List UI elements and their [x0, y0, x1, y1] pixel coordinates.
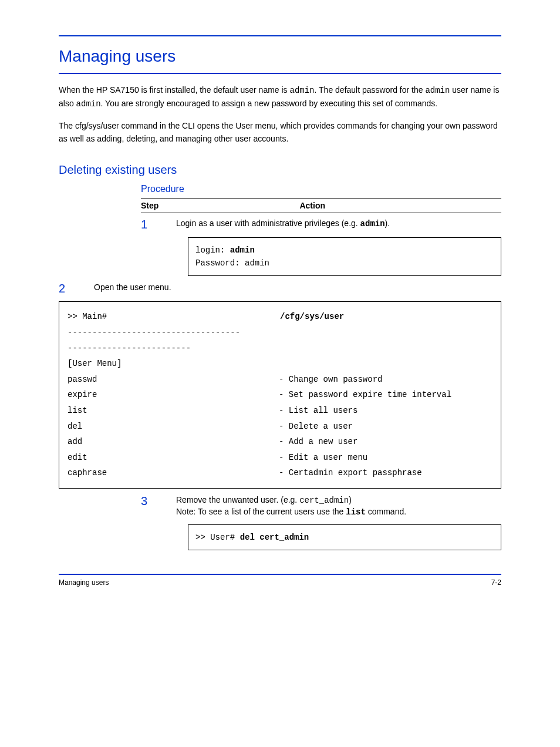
intro-p1-b: . The default password for the: [315, 85, 426, 95]
user-menu-row-0: passwd- Change own password: [68, 372, 492, 388]
step3-text-a: Remove the unwanted user. (e.g.: [176, 495, 299, 504]
intro-admin-3: admin: [76, 99, 101, 109]
page-footer: Managing users 7-2: [59, 574, 501, 587]
footer-left: Managing users: [59, 578, 109, 587]
steps-header-row: Step Action: [141, 198, 501, 213]
um-desc-6: - Certadmin export passphrase: [279, 465, 492, 481]
um-desc-3: - Delete a user: [279, 419, 492, 435]
page-content: Managing users When the HP SA7150 is fir…: [0, 0, 560, 610]
login-line2: Password: admin: [195, 257, 494, 270]
um-desc-2: - List all users: [279, 403, 492, 419]
step3-note-b: command.: [366, 507, 406, 516]
um-cmd-3: del: [68, 419, 279, 435]
user-menu-label: [User Menu]: [68, 356, 492, 372]
intro-p1-d: . You are strongly encouraged to assign …: [101, 99, 438, 108]
step-1-row: 1 Login as a user with administrative pr…: [141, 218, 501, 231]
procedure-heading: Procedure: [141, 184, 501, 194]
intro-admin-2: admin: [425, 86, 450, 95]
intro-p1-a: When the HP SA7150 is first installed, t…: [59, 85, 290, 95]
login-codebox: login: admin Password: admin: [188, 237, 501, 277]
step-2-num: 2: [59, 282, 94, 295]
step-1-num: 1: [141, 218, 176, 231]
intro-paragraph-1: When the HP SA7150 is first installed, t…: [59, 83, 501, 111]
del-codebox: >> User# del cert_admin: [188, 524, 501, 550]
user-menu-prompt: >> Main#: [68, 309, 280, 325]
um-cmd-1: expire: [68, 387, 279, 403]
del-prompt: >> User#: [195, 533, 240, 542]
intro-admin-1: admin: [290, 86, 315, 95]
deleting-heading: Deleting existing users: [59, 163, 501, 177]
um-cmd-4: add: [68, 434, 279, 450]
step-3-num: 3: [141, 494, 176, 519]
step-2-text: Open the user menu.: [94, 282, 501, 295]
user-menu-codebox: >> Main# /cfg/sys/user -----------------…: [59, 301, 501, 489]
um-desc-4: - Add a new user: [279, 434, 492, 450]
um-desc-0: - Change own password: [279, 372, 492, 388]
user-menu-cmd: /cfg/sys/user: [280, 309, 492, 325]
steps-head-right: Action: [299, 201, 325, 210]
step1-admin: admin: [360, 219, 385, 228]
um-cmd-5: edit: [68, 450, 279, 466]
um-desc-1: - Set password expire time interval: [279, 387, 492, 403]
step3-note-a: Note: To see a list of the current users…: [176, 507, 346, 516]
intro-paragraph-2: The cfg/sys/user command in the CLI open…: [59, 119, 501, 146]
user-menu-row-4: add- Add a new user: [68, 434, 492, 450]
step1-text-b: ).: [385, 218, 390, 228]
user-menu-row-3: del- Delete a user: [68, 419, 492, 435]
um-desc-5: - Edit a user menu: [279, 450, 492, 466]
user-menu-row-1: expire- Set password expire time interva…: [68, 387, 492, 403]
um-cmd-0: passwd: [68, 372, 279, 388]
user-menu-row-2: list- List all users: [68, 403, 492, 419]
step3-user: cert_admin: [299, 496, 349, 505]
step-3-text: Remove the unwanted user. (e.g. cert_adm…: [176, 494, 501, 519]
user-menu-row-5: edit- Edit a user menu: [68, 450, 492, 466]
um-cmd-2: list: [68, 403, 279, 419]
step-3-row: 3 Remove the unwanted user. (e.g. cert_a…: [141, 494, 501, 519]
user-menu-dashes1: -----------------------------------: [68, 325, 492, 341]
step3-list: list: [346, 507, 366, 517]
login-line1-b: admin: [230, 245, 255, 255]
steps-head-left: Step: [141, 201, 158, 210]
step1-text-a: Login as a user with administrative priv…: [176, 218, 360, 228]
user-menu-dashes2: -------------------------: [68, 341, 492, 356]
user-menu-row-6: caphrase- Certadmin export passphrase: [68, 465, 492, 481]
step-2-row: 2 Open the user menu.: [59, 282, 501, 295]
step-1-text: Login as a user with administrative priv…: [176, 218, 501, 231]
section-title: Managing users: [59, 35, 501, 74]
step3-text-b: ): [349, 495, 352, 504]
user-menu-prompt-row: >> Main# /cfg/sys/user: [68, 309, 492, 325]
login-line1-a: login:: [195, 245, 230, 255]
um-cmd-6: caphrase: [68, 465, 279, 481]
del-cmd: del cert_admin: [240, 533, 309, 542]
footer-right: 7-2: [491, 578, 501, 587]
login-line1: login: admin: [195, 244, 494, 257]
